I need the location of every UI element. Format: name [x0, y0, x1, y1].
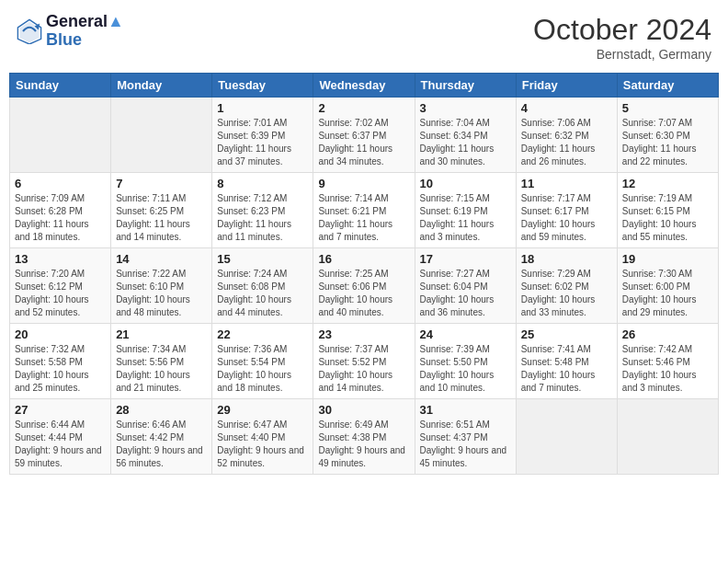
day-info: Sunrise: 7:34 AM Sunset: 5:56 PM Dayligh…: [116, 343, 207, 395]
day-number: 13: [15, 252, 106, 266]
day-info: Sunrise: 7:01 AM Sunset: 6:39 PM Dayligh…: [217, 117, 308, 168]
logo: General▲ Blue: [17, 13, 124, 50]
calendar-cell: 26Sunrise: 7:42 AM Sunset: 5:46 PM Dayli…: [617, 324, 718, 399]
calendar-cell: 5Sunrise: 7:07 AM Sunset: 6:30 PM Daylig…: [617, 98, 718, 173]
day-number: 27: [15, 403, 106, 417]
weekday-tuesday: Tuesday: [212, 74, 313, 98]
weekday-saturday: Saturday: [617, 74, 718, 98]
calendar-cell: 4Sunrise: 7:06 AM Sunset: 6:32 PM Daylig…: [516, 98, 617, 173]
title-block: October 2024 Bernstadt, Germany: [533, 13, 711, 62]
weekday-wednesday: Wednesday: [313, 74, 415, 98]
day-info: Sunrise: 7:24 AM Sunset: 6:08 PM Dayligh…: [217, 268, 308, 319]
calendar-cell: 13Sunrise: 7:20 AM Sunset: 6:12 PM Dayli…: [10, 248, 111, 324]
day-info: Sunrise: 7:20 AM Sunset: 6:12 PM Dayligh…: [15, 268, 106, 319]
month-title: October 2024: [533, 13, 711, 47]
day-info: Sunrise: 7:06 AM Sunset: 6:32 PM Dayligh…: [521, 117, 612, 168]
day-info: Sunrise: 7:09 AM Sunset: 6:28 PM Dayligh…: [15, 192, 106, 244]
calendar-cell: 14Sunrise: 7:22 AM Sunset: 6:10 PM Dayli…: [111, 248, 212, 324]
calendar-cell: [516, 399, 617, 475]
day-number: 12: [622, 177, 713, 190]
day-number: 30: [318, 403, 409, 417]
calendar-cell: 11Sunrise: 7:17 AM Sunset: 6:17 PM Dayli…: [516, 173, 617, 248]
day-number: 21: [116, 327, 207, 341]
day-number: 6: [15, 177, 106, 190]
week-row-5: 27Sunrise: 6:44 AM Sunset: 4:44 PM Dayli…: [10, 399, 719, 475]
weekday-sunday: Sunday: [10, 74, 111, 98]
day-number: 28: [116, 403, 207, 417]
day-info: Sunrise: 7:04 AM Sunset: 6:34 PM Dayligh…: [420, 117, 511, 168]
location: Bernstadt, Germany: [533, 47, 711, 62]
day-number: 16: [318, 252, 409, 266]
calendar-cell: [111, 98, 212, 173]
day-info: Sunrise: 6:46 AM Sunset: 4:42 PM Dayligh…: [116, 419, 207, 470]
weekday-monday: Monday: [111, 74, 212, 98]
calendar-cell: 16Sunrise: 7:25 AM Sunset: 6:06 PM Dayli…: [313, 248, 415, 324]
calendar-cell: 12Sunrise: 7:19 AM Sunset: 6:15 PM Dayli…: [617, 173, 718, 248]
day-number: 26: [622, 327, 713, 341]
day-info: Sunrise: 7:41 AM Sunset: 5:48 PM Dayligh…: [521, 343, 612, 395]
week-row-2: 6Sunrise: 7:09 AM Sunset: 6:28 PM Daylig…: [10, 173, 719, 248]
calendar-table: SundayMondayTuesdayWednesdayThursdayFrid…: [9, 73, 719, 475]
calendar-cell: 1Sunrise: 7:01 AM Sunset: 6:39 PM Daylig…: [212, 98, 313, 173]
day-info: Sunrise: 7:07 AM Sunset: 6:30 PM Dayligh…: [622, 117, 713, 168]
day-number: 19: [622, 252, 713, 266]
logo-blue: Blue: [46, 31, 124, 50]
weekday-thursday: Thursday: [415, 74, 516, 98]
calendar-cell: 31Sunrise: 6:51 AM Sunset: 4:37 PM Dayli…: [415, 399, 516, 475]
logo-icon: [17, 18, 42, 44]
weekday-friday: Friday: [516, 74, 617, 98]
calendar-cell: 8Sunrise: 7:12 AM Sunset: 6:23 PM Daylig…: [212, 173, 313, 248]
day-number: 11: [521, 177, 612, 190]
calendar-cell: 10Sunrise: 7:15 AM Sunset: 6:19 PM Dayli…: [415, 173, 516, 248]
calendar-cell: 20Sunrise: 7:32 AM Sunset: 5:58 PM Dayli…: [10, 324, 111, 399]
weekday-header-row: SundayMondayTuesdayWednesdayThursdayFrid…: [10, 74, 719, 98]
calendar-cell: 29Sunrise: 6:47 AM Sunset: 4:40 PM Dayli…: [212, 399, 313, 475]
calendar-cell: 7Sunrise: 7:11 AM Sunset: 6:25 PM Daylig…: [111, 173, 212, 248]
calendar-cell: 2Sunrise: 7:02 AM Sunset: 6:37 PM Daylig…: [313, 98, 415, 173]
calendar-cell: 22Sunrise: 7:36 AM Sunset: 5:54 PM Dayli…: [212, 324, 313, 399]
calendar-cell: 15Sunrise: 7:24 AM Sunset: 6:08 PM Dayli…: [212, 248, 313, 324]
day-info: Sunrise: 7:30 AM Sunset: 6:00 PM Dayligh…: [622, 268, 713, 319]
calendar-cell: 9Sunrise: 7:14 AM Sunset: 6:21 PM Daylig…: [313, 173, 415, 248]
day-info: Sunrise: 7:19 AM Sunset: 6:15 PM Dayligh…: [622, 192, 713, 244]
day-number: 1: [217, 101, 308, 115]
day-info: Sunrise: 7:29 AM Sunset: 6:02 PM Dayligh…: [521, 268, 612, 319]
day-number: 22: [217, 327, 308, 341]
day-number: 29: [217, 403, 308, 417]
day-info: Sunrise: 7:39 AM Sunset: 5:50 PM Dayligh…: [420, 343, 511, 395]
day-number: 5: [622, 101, 713, 115]
day-info: Sunrise: 6:47 AM Sunset: 4:40 PM Dayligh…: [217, 419, 308, 470]
week-row-4: 20Sunrise: 7:32 AM Sunset: 5:58 PM Dayli…: [10, 324, 719, 399]
day-number: 23: [318, 327, 409, 341]
day-info: Sunrise: 6:44 AM Sunset: 4:44 PM Dayligh…: [15, 419, 106, 470]
calendar-cell: 3Sunrise: 7:04 AM Sunset: 6:34 PM Daylig…: [415, 98, 516, 173]
day-number: 4: [521, 101, 612, 115]
day-info: Sunrise: 7:11 AM Sunset: 6:25 PM Dayligh…: [116, 192, 207, 244]
calendar-cell: 6Sunrise: 7:09 AM Sunset: 6:28 PM Daylig…: [10, 173, 111, 248]
page-header: General▲ Blue October 2024 Bernstadt, Ge…: [9, 9, 719, 65]
calendar-cell: 17Sunrise: 7:27 AM Sunset: 6:04 PM Dayli…: [415, 248, 516, 324]
calendar-cell: 21Sunrise: 7:34 AM Sunset: 5:56 PM Dayli…: [111, 324, 212, 399]
calendar-cell: [10, 98, 111, 173]
day-info: Sunrise: 7:02 AM Sunset: 6:37 PM Dayligh…: [318, 117, 409, 168]
day-info: Sunrise: 7:22 AM Sunset: 6:10 PM Dayligh…: [116, 268, 207, 319]
day-number: 24: [420, 327, 511, 341]
week-row-3: 13Sunrise: 7:20 AM Sunset: 6:12 PM Dayli…: [10, 248, 719, 324]
day-info: Sunrise: 7:32 AM Sunset: 5:58 PM Dayligh…: [15, 343, 106, 395]
day-number: 18: [521, 252, 612, 266]
calendar-cell: 27Sunrise: 6:44 AM Sunset: 4:44 PM Dayli…: [10, 399, 111, 475]
day-info: Sunrise: 7:17 AM Sunset: 6:17 PM Dayligh…: [521, 192, 612, 244]
day-info: Sunrise: 7:12 AM Sunset: 6:23 PM Dayligh…: [217, 192, 308, 244]
calendar-cell: 24Sunrise: 7:39 AM Sunset: 5:50 PM Dayli…: [415, 324, 516, 399]
day-info: Sunrise: 7:36 AM Sunset: 5:54 PM Dayligh…: [217, 343, 308, 395]
day-number: 7: [116, 177, 207, 190]
calendar-cell: 19Sunrise: 7:30 AM Sunset: 6:00 PM Dayli…: [617, 248, 718, 324]
calendar-cell: 30Sunrise: 6:49 AM Sunset: 4:38 PM Dayli…: [313, 399, 415, 475]
logo-general: General▲: [46, 13, 124, 31]
day-number: 15: [217, 252, 308, 266]
day-info: Sunrise: 7:27 AM Sunset: 6:04 PM Dayligh…: [420, 268, 511, 319]
calendar-cell: 23Sunrise: 7:37 AM Sunset: 5:52 PM Dayli…: [313, 324, 415, 399]
day-number: 14: [116, 252, 207, 266]
calendar-cell: [617, 399, 718, 475]
day-info: Sunrise: 7:14 AM Sunset: 6:21 PM Dayligh…: [318, 192, 409, 244]
